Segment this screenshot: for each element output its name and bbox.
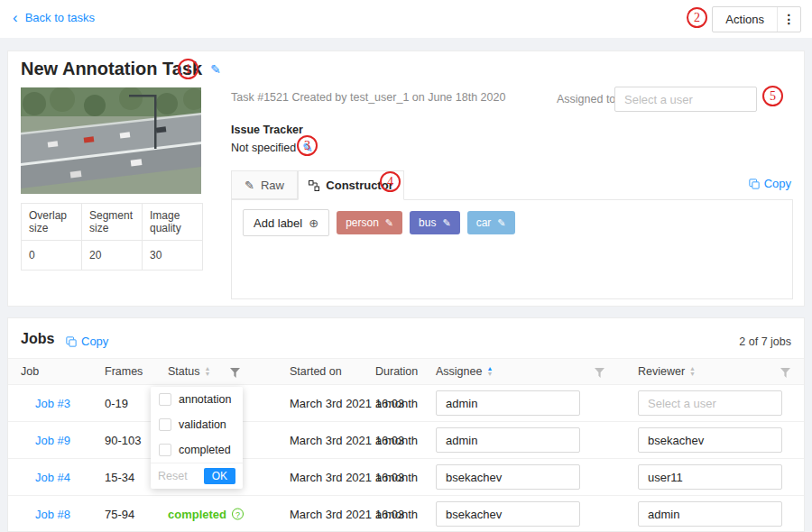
actions-button[interactable]: Actions ⋮	[712, 6, 801, 32]
edit-title-icon[interactable]: ✎	[210, 62, 221, 77]
duration-cell: a month	[375, 471, 418, 484]
assignee-input[interactable]	[436, 427, 580, 453]
frames-cell: 15-34	[105, 471, 134, 484]
param-header-quality: Image quality	[143, 204, 203, 241]
cvat-task-page: ‹ Back to tasks Actions ⋮ New Annotation…	[0, 0, 812, 532]
filter-option-annotation[interactable]: annotation	[151, 387, 243, 412]
actions-label: Actions	[713, 13, 777, 26]
label-chip-name: car	[476, 216, 492, 229]
checkbox[interactable]	[159, 444, 171, 456]
status-cell: completed ?	[168, 508, 244, 521]
column-job: Job	[21, 365, 39, 378]
reviewer-input[interactable]	[638, 427, 782, 453]
back-label: Back to tasks	[25, 11, 95, 24]
plus-circle-icon: ⊕	[309, 216, 318, 230]
pencil-icon: ✎	[245, 179, 254, 192]
job-link[interactable]: Job #4	[35, 471, 70, 484]
sort-icon[interactable]: ▲▼	[689, 366, 696, 377]
jobs-card: Jobs Copy 2 of 7 jobs Job Frames Status …	[7, 317, 805, 532]
task-meta-text: Task #1521 Created by test_user_1 on Jun…	[231, 91, 505, 104]
jobs-count: 2 of 7 jobs	[739, 335, 791, 348]
add-label-text: Add label	[254, 216, 302, 230]
assignee-input[interactable]	[436, 464, 580, 490]
column-frames: Frames	[105, 365, 143, 378]
task-title: New Annotation Task	[21, 59, 202, 79]
checkbox[interactable]	[159, 393, 171, 406]
assignee-select-input[interactable]	[614, 87, 757, 112]
param-value-overlap: 0	[22, 241, 82, 271]
copy-icon	[749, 179, 760, 189]
annotation-mark-2: 2	[687, 7, 707, 28]
filter-icon-status[interactable]	[230, 368, 240, 378]
job-link[interactable]: Job #3	[35, 397, 70, 410]
assigned-to-label: Assigned to	[557, 93, 615, 105]
tab-raw-label: Raw	[261, 179, 284, 192]
column-assignee[interactable]: Assignee ▲▼	[436, 365, 493, 378]
params-header-row: Overlap size Segment size Image quality	[22, 204, 203, 241]
duration-cell: a month	[375, 397, 418, 410]
duration-cell: a month	[375, 434, 418, 447]
label-chip-name: person	[346, 216, 379, 229]
param-header-overlap: Overlap size	[22, 204, 82, 241]
labels-constructor-area: Add label ⊕ person ✎ bus ✎ car ✎	[231, 199, 793, 299]
params-value-row: 0 20 30	[22, 241, 203, 271]
column-reviewer[interactable]: Reviewer ▲▼	[638, 365, 696, 378]
job-row: Job #3 0-19 March 3rd 2021 16:03 a month	[8, 385, 804, 422]
reviewer-input[interactable]	[638, 390, 782, 416]
back-chevron-icon: ‹	[13, 12, 18, 24]
more-dots-icon[interactable]: ⋮	[777, 7, 800, 32]
add-label-button[interactable]: Add label ⊕	[243, 209, 329, 236]
filter-option-validation[interactable]: validation	[151, 412, 243, 437]
jobs-table-header: Job Frames Status ▲▼ Started on Duration…	[8, 358, 804, 385]
column-status[interactable]: Status ▲▼	[168, 365, 210, 378]
filter-ok-button[interactable]: OK	[204, 468, 235, 484]
filter-option-label: annotation	[179, 393, 231, 406]
label-chip-bus[interactable]: bus ✎	[410, 211, 460, 234]
param-header-segment: Segment size	[82, 204, 143, 241]
reviewer-input[interactable]	[638, 464, 782, 490]
jobs-title: Jobs	[21, 331, 54, 347]
reviewer-input[interactable]	[638, 501, 782, 527]
frames-cell: 90-103	[105, 434, 141, 447]
label-chip-name: bus	[419, 216, 436, 229]
copy-labels-link[interactable]: Copy	[749, 177, 791, 190]
edit-label-icon[interactable]: ✎	[385, 217, 393, 229]
filter-option-label: validation	[179, 418, 226, 431]
filter-icon-reviewer[interactable]	[780, 368, 790, 378]
job-row: Job #4 15-34 March 3rd 2021 16:03 a mont…	[8, 459, 804, 496]
back-to-tasks-link[interactable]: ‹ Back to tasks	[13, 11, 95, 24]
block-icon	[309, 180, 319, 191]
checkbox[interactable]	[159, 418, 171, 431]
annotation-mark-4: 4	[380, 171, 401, 192]
label-chip-person[interactable]: person ✎	[337, 211, 402, 234]
edit-label-icon[interactable]: ✎	[442, 217, 450, 229]
task-details-card: New Annotation Task ✎	[7, 50, 805, 307]
task-preview-image	[21, 87, 201, 194]
filter-option-completed[interactable]: completed	[151, 437, 243, 463]
job-link[interactable]: Job #9	[35, 434, 70, 447]
question-circle-icon[interactable]: ?	[232, 509, 244, 520]
column-duration: Duration	[375, 365, 418, 378]
column-started: Started on	[290, 365, 342, 378]
issue-tracker-label: Issue Tracker	[231, 124, 303, 136]
job-link[interactable]: Job #8	[35, 508, 70, 521]
status-filter-dropdown: annotation validation completed Reset OK	[151, 387, 243, 489]
assignee-input[interactable]	[436, 501, 580, 527]
copy-icon	[66, 336, 77, 347]
annotation-mark-3: 3	[297, 135, 318, 156]
edit-label-icon[interactable]: ✎	[497, 217, 505, 229]
label-chip-car[interactable]: car ✎	[467, 211, 515, 234]
assignee-input[interactable]	[436, 390, 580, 416]
sort-icon[interactable]: ▲▼	[204, 366, 210, 377]
filter-reset-button[interactable]: Reset	[158, 470, 188, 482]
job-row: Job #8 75-94 completed ? March 3rd 2021 …	[8, 496, 804, 532]
tab-raw[interactable]: ✎ Raw	[231, 170, 298, 199]
sort-icon[interactable]: ▲▼	[486, 366, 493, 377]
frames-cell: 0-19	[105, 397, 128, 410]
param-value-segment: 20	[82, 241, 143, 271]
copy-jobs-link[interactable]: Copy	[66, 335, 108, 348]
task-parameters-table: Overlap size Segment size Image quality …	[21, 203, 203, 271]
job-row: Job #9 90-103 March 3rd 2021 16:03 a mon…	[8, 422, 804, 459]
frames-cell: 75-94	[105, 508, 134, 521]
filter-icon-assignee[interactable]	[595, 368, 604, 378]
